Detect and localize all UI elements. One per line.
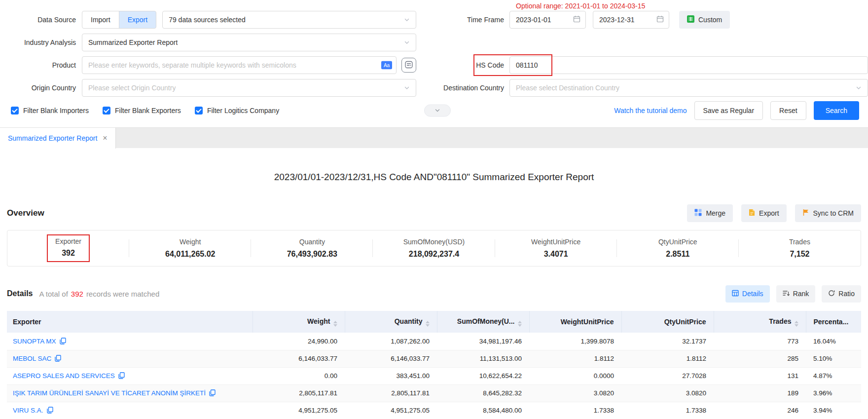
sort-icon[interactable] bbox=[333, 321, 337, 327]
export-label: Export bbox=[759, 209, 779, 217]
tutorial-demo-link[interactable]: Watch the tutorial demo bbox=[614, 107, 687, 114]
stat-value: 392 bbox=[62, 249, 75, 258]
save-as-regular-button[interactable]: Save as Regular bbox=[694, 101, 763, 120]
stat-value: 3.4071 bbox=[544, 250, 568, 259]
exporter-table: Exporter Weight Quantity SumOfMoney(U...… bbox=[7, 311, 861, 419]
stat-quantity: Quantity 76,493,902.83 bbox=[251, 235, 373, 262]
table-row[interactable]: IŞIK TARIM ÜRÜNLERİ SANAYİ VE TİCARET AN… bbox=[7, 384, 861, 402]
tab-label: Summarized Exporter Report bbox=[8, 134, 97, 142]
data-sources-select[interactable]: 79 data sources selected bbox=[162, 11, 416, 29]
product-label: Product bbox=[0, 61, 82, 69]
rank-sort-icon bbox=[783, 290, 790, 298]
table-row[interactable]: SUNOPTA MX 24,990.00 1,087,262.00 34,981… bbox=[7, 333, 861, 350]
copy-icon[interactable] bbox=[47, 407, 53, 414]
export-toggle-button[interactable]: Export bbox=[119, 11, 156, 29]
trades-cell: 131 bbox=[714, 367, 806, 384]
quantity-cell: 6,146,033.77 bbox=[345, 350, 437, 367]
column-header-exporter[interactable]: Exporter bbox=[7, 311, 253, 333]
column-header-sum-of-money[interactable]: SumOfMoney(U... bbox=[437, 311, 529, 333]
destination-country-select[interactable]: Please select Destination Country bbox=[509, 79, 868, 97]
industry-analysis-label: Industry Analysis bbox=[0, 38, 82, 46]
weight-unit-price-cell: 1.8112 bbox=[529, 350, 621, 367]
view-ratio-button[interactable]: Ratio bbox=[822, 285, 861, 303]
origin-country-select[interactable]: Please select Origin Country bbox=[82, 79, 416, 97]
qty-unit-price-cell: 3.0820 bbox=[621, 384, 714, 402]
match-summary: A total of 392 records were matched bbox=[39, 290, 159, 298]
sort-icon[interactable] bbox=[426, 321, 430, 327]
view-switcher: Details Rank Ratio bbox=[725, 285, 861, 303]
quantity-cell: 383,451.00 bbox=[345, 367, 437, 384]
end-date-input[interactable]: 2023-12-31 bbox=[593, 11, 669, 29]
stat-label: Quantity bbox=[299, 238, 325, 246]
table-row[interactable]: ASEPRO SALES AND SERVICES 0.00 383,451.0… bbox=[7, 367, 861, 384]
reset-button[interactable]: Reset bbox=[770, 101, 806, 120]
exporter-annotation-box: Exporter 392 bbox=[47, 234, 90, 262]
view-details-button[interactable]: Details bbox=[725, 285, 770, 303]
quantity-cell: 4,951,275.05 bbox=[345, 402, 437, 419]
origin-country-placeholder: Please select Origin Country bbox=[88, 84, 176, 92]
keyword-helper-button[interactable] bbox=[401, 58, 416, 73]
exporter-link[interactable]: SUNOPTA MX bbox=[13, 338, 56, 345]
sync-to-crm-button[interactable]: Sync to CRM bbox=[795, 204, 861, 222]
percentage-cell: 5.10% bbox=[806, 350, 861, 367]
overview-stats-card: Exporter 392 Weight 64,011,265.02 Quanti… bbox=[7, 230, 861, 267]
column-header-weight[interactable]: Weight bbox=[253, 311, 345, 333]
hs-code-label: HS Code bbox=[416, 61, 509, 69]
table-row[interactable]: MEBOL SAC 6,146,033.77 6,146,033.77 11,1… bbox=[7, 350, 861, 367]
quantity-cell: 1,087,262.00 bbox=[345, 333, 437, 350]
time-frame-label: Time Frame bbox=[416, 16, 509, 24]
filter-row-data-source: Data Source Import Export 79 data source… bbox=[0, 11, 868, 29]
column-header-weight-unit-price[interactable]: WeightUnitPrice bbox=[529, 311, 621, 333]
table-row[interactable]: VIRU S.A. 4,951,275.05 4,951,275.05 8,58… bbox=[7, 402, 861, 419]
exporter-link[interactable]: VIRU S.A. bbox=[13, 407, 43, 414]
overview-heading: Overview bbox=[7, 208, 44, 218]
expand-filters-button[interactable] bbox=[424, 105, 451, 117]
weight-cell: 2,805,117.81 bbox=[253, 384, 345, 402]
start-date-value: 2023-01-01 bbox=[516, 16, 551, 24]
sort-icon[interactable] bbox=[518, 321, 522, 327]
copy-icon[interactable] bbox=[55, 355, 61, 362]
industry-analysis-select[interactable]: Summarized Exporter Report bbox=[82, 34, 416, 51]
exporter-cell: SUNOPTA MX bbox=[7, 333, 253, 350]
stat-value: 2.8511 bbox=[666, 250, 689, 259]
tab-summarized-exporter-report[interactable]: Summarized Exporter Report × bbox=[0, 128, 116, 149]
stat-value: 64,011,265.02 bbox=[165, 250, 215, 259]
view-rank-label: Rank bbox=[793, 290, 809, 298]
data-source-toggle-group: Import Export bbox=[82, 11, 156, 29]
view-rank-button[interactable]: Rank bbox=[776, 285, 816, 303]
sort-icon[interactable] bbox=[795, 321, 798, 327]
column-header-qty-unit-price[interactable]: QtyUnitPrice bbox=[621, 311, 714, 333]
ratio-refresh-icon bbox=[828, 290, 835, 298]
column-header-quantity[interactable]: Quantity bbox=[345, 311, 437, 333]
chevron-down-icon bbox=[856, 85, 862, 91]
import-toggle-button[interactable]: Import bbox=[82, 11, 119, 29]
copy-icon[interactable] bbox=[118, 372, 125, 379]
filter-row-industry: Industry Analysis Summarized Exporter Re… bbox=[0, 34, 868, 51]
search-button[interactable]: Search bbox=[814, 101, 859, 120]
percentage-cell: 16.04% bbox=[806, 333, 861, 350]
exporter-link[interactable]: IŞIK TARIM ÜRÜNLERİ SANAYİ VE TİCARET AN… bbox=[13, 389, 206, 397]
filter-row-countries: Origin Country Please select Origin Coun… bbox=[0, 79, 868, 97]
merge-button[interactable]: Merge bbox=[687, 204, 733, 222]
report-content: 2023/01/01-2023/12/31,HS Code AND"081110… bbox=[0, 172, 868, 419]
close-icon[interactable]: × bbox=[103, 134, 107, 142]
export-button[interactable]: Export bbox=[741, 204, 786, 222]
hs-code-input[interactable] bbox=[509, 56, 868, 74]
calendar-icon bbox=[573, 15, 580, 24]
filter-blank-exporters-checkbox[interactable]: Filter Blank Exporters bbox=[103, 107, 181, 114]
custom-date-button[interactable]: Custom bbox=[679, 11, 730, 29]
exporter-link[interactable]: MEBOL SAC bbox=[13, 355, 51, 362]
industry-analysis-value: Summarized Exporter Report bbox=[88, 38, 178, 46]
translate-icon[interactable]: Aa bbox=[381, 61, 392, 70]
column-header-percentage[interactable]: Percenta... bbox=[806, 311, 861, 333]
stat-label: Exporter bbox=[55, 237, 81, 245]
filter-logistics-company-checkbox[interactable]: Filter Logitics Company bbox=[195, 107, 279, 114]
column-header-trades[interactable]: Trades bbox=[714, 311, 806, 333]
copy-icon[interactable] bbox=[209, 389, 216, 396]
product-keywords-input[interactable] bbox=[82, 56, 397, 74]
filter-blank-importers-checkbox[interactable]: Filter Blank Importers bbox=[11, 107, 89, 114]
copy-icon[interactable] bbox=[60, 338, 66, 344]
start-date-input[interactable]: 2023-01-01 bbox=[509, 11, 586, 29]
exporter-link[interactable]: ASEPRO SALES AND SERVICES bbox=[13, 372, 115, 380]
origin-country-label: Origin Country bbox=[0, 84, 82, 92]
